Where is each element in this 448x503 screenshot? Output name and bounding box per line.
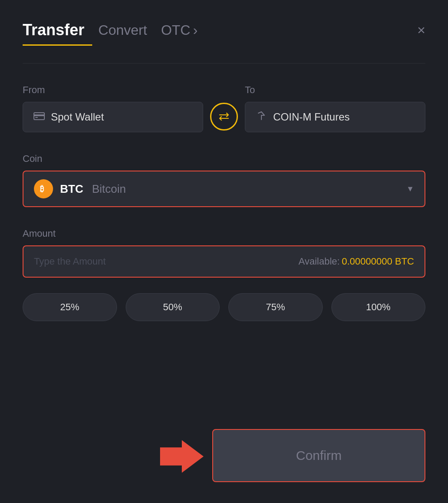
- otc-chevron-icon: ›: [193, 22, 198, 38]
- to-wallet-selector[interactable]: COIN-M Futures: [245, 102, 425, 132]
- btc-icon: ₿: [34, 179, 53, 198]
- coin-label: Coin: [23, 153, 425, 164]
- arrow-indicator: [160, 437, 204, 478]
- percent-75-button[interactable]: 75%: [228, 293, 323, 321]
- percent-50-button[interactable]: 50%: [126, 293, 220, 321]
- to-block: To COIN-M Futures: [245, 84, 425, 132]
- transfer-modal: Transfer Convert OTC › × From Spot Walle…: [0, 0, 448, 503]
- amount-section: Amount Type the Amount Available: 0.0000…: [23, 228, 425, 278]
- coin-selector[interactable]: ₿ BTC Bitcoin ▼: [23, 171, 425, 207]
- from-wallet-selector[interactable]: Spot Wallet: [23, 102, 203, 132]
- available-label: Available:: [298, 256, 340, 267]
- active-tab-underline: [23, 44, 92, 46]
- tab-convert[interactable]: Convert: [98, 22, 147, 44]
- swap-button[interactable]: [210, 103, 238, 131]
- percent-buttons-row: 25% 50% 75% 100%: [23, 293, 425, 321]
- coin-symbol: BTC: [60, 182, 83, 196]
- amount-placeholder: Type the Amount: [34, 256, 106, 267]
- from-label: From: [23, 84, 203, 96]
- tab-otc[interactable]: OTC ›: [161, 22, 197, 44]
- percent-25-button[interactable]: 25%: [23, 293, 117, 321]
- amount-input-box[interactable]: Type the Amount Available: 0.00000000 BT…: [23, 245, 425, 278]
- coin-full-name: Bitcoin: [92, 182, 126, 196]
- from-block: From Spot Wallet: [23, 84, 203, 132]
- confirm-button[interactable]: Confirm: [212, 429, 425, 482]
- svg-text:₿: ₿: [40, 184, 44, 193]
- futures-icon: [256, 111, 267, 123]
- from-to-section: From Spot Wallet To: [23, 84, 425, 132]
- close-button[interactable]: ×: [417, 23, 425, 42]
- coin-section: Coin ₿ BTC Bitcoin ▼: [23, 153, 425, 207]
- available-display: Available: 0.00000000 BTC: [298, 256, 414, 267]
- to-label: To: [245, 84, 425, 96]
- header-divider: [23, 63, 425, 64]
- tab-transfer[interactable]: Transfer: [23, 21, 84, 44]
- to-wallet-label: COIN-M Futures: [273, 111, 350, 123]
- coin-dropdown-icon: ▼: [406, 184, 414, 194]
- credit-card-icon: [33, 111, 45, 123]
- percent-100-button[interactable]: 100%: [331, 293, 426, 321]
- amount-label: Amount: [23, 228, 425, 239]
- svg-marker-4: [160, 440, 204, 473]
- from-wallet-label: Spot Wallet: [51, 111, 104, 123]
- available-amount: 0.00000000 BTC: [342, 256, 414, 267]
- svg-rect-1: [34, 114, 44, 116]
- header-tabs: Transfer Convert OTC › ×: [23, 21, 425, 44]
- svg-rect-2: [35, 117, 38, 118]
- bottom-area: Confirm: [23, 429, 425, 482]
